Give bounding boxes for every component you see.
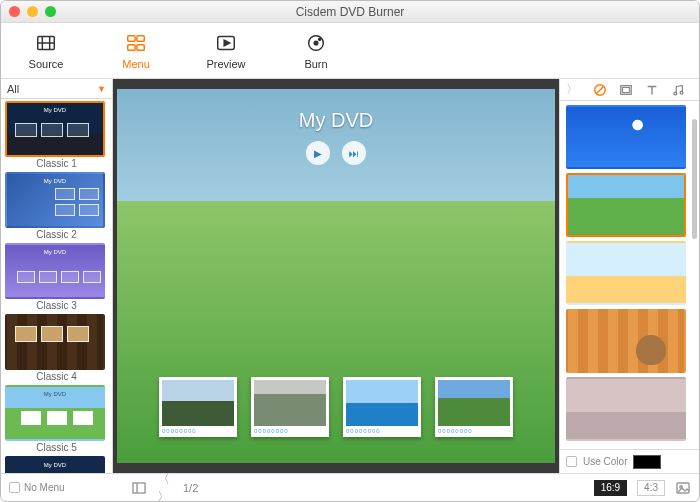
svg-rect-5 [137, 35, 144, 41]
background-item[interactable] [566, 241, 686, 305]
tab-preview[interactable]: Preview [181, 23, 271, 78]
template-label: Classic 5 [5, 441, 108, 454]
tab-background[interactable] [592, 82, 608, 98]
text-icon [645, 83, 659, 97]
no-menu-checkbox[interactable] [9, 482, 20, 493]
tab-source[interactable]: Source [1, 23, 91, 78]
chevron-down-icon: ▼ [97, 84, 106, 94]
tab-menu[interactable]: Menu [91, 23, 181, 78]
frame-icon [619, 83, 633, 97]
template-item[interactable]: My DVD Classic 3 [5, 243, 108, 312]
chapter-image [254, 380, 326, 426]
svg-rect-7 [137, 44, 144, 50]
svg-marker-9 [224, 40, 230, 46]
image-picker-button[interactable] [675, 480, 691, 496]
source-icon [35, 32, 57, 54]
chapter-thumb[interactable]: 00000000 [435, 377, 513, 437]
music-icon [671, 83, 685, 97]
template-filter-label: All [7, 83, 19, 95]
template-item[interactable]: Classic 4 [5, 314, 108, 383]
tab-burn[interactable]: Burn [271, 23, 361, 78]
svg-point-12 [319, 38, 321, 40]
aspect-4-3-button[interactable]: 4:3 [637, 480, 665, 496]
chapter-caption: 00000000 [162, 426, 234, 434]
titlebar: Cisdem DVD Burner [1, 1, 699, 23]
template-label: Classic 3 [5, 299, 108, 312]
template-thumb: My DVD [5, 243, 105, 299]
chapter-image [346, 380, 418, 426]
aspect-16-9-button[interactable]: 16:9 [594, 480, 627, 496]
template-thumb [5, 314, 105, 370]
layout-icon[interactable] [131, 480, 147, 496]
tab-label: Preview [206, 58, 245, 70]
center-pane: My DVD ▶ ⏭ 00000000 00000000 [113, 79, 559, 473]
template-item[interactable]: My DVD Classic 2 [5, 172, 108, 241]
color-swatch[interactable] [633, 455, 661, 469]
no-menu-label: No Menu [24, 482, 65, 493]
chapter-caption: 00000000 [346, 426, 418, 434]
template-item[interactable]: My DVD Classic 5 [5, 385, 108, 454]
tab-label: Source [29, 58, 64, 70]
template-thumb: My DVD [5, 456, 105, 473]
tab-label: Menu [122, 58, 150, 70]
inspector-tabs: 〉 [560, 79, 699, 101]
scrollbar[interactable] [692, 119, 697, 239]
burn-icon [305, 32, 327, 54]
use-color-checkbox[interactable] [566, 456, 577, 467]
preview-icon [215, 32, 237, 54]
page-indicator: 1/2 [183, 482, 198, 494]
tab-label: Burn [304, 58, 327, 70]
template-label: Classic 2 [5, 228, 108, 241]
chapter-thumb[interactable]: 00000000 [251, 377, 329, 437]
template-item[interactable]: My DVD [5, 456, 108, 473]
chapter-image [162, 380, 234, 426]
use-color-row: Use Color [560, 449, 699, 473]
template-filter-dropdown[interactable]: All ▼ [1, 79, 112, 99]
tab-music[interactable] [670, 82, 686, 98]
tab-text[interactable] [644, 82, 660, 98]
window-zoom-button[interactable] [45, 6, 56, 17]
chapter-caption: 00000000 [254, 426, 326, 434]
svg-rect-4 [128, 35, 135, 41]
background-list[interactable] [560, 101, 699, 449]
background-item[interactable] [566, 105, 686, 169]
svg-point-19 [674, 92, 677, 95]
template-thumb: My DVD [5, 385, 105, 441]
menu-preview-stage[interactable]: My DVD ▶ ⏭ 00000000 00000000 [117, 89, 555, 463]
svg-point-11 [314, 41, 318, 45]
template-list[interactable]: My DVD Classic 1 My DVD Cl [1, 99, 112, 473]
window-close-button[interactable] [9, 6, 20, 17]
background-item[interactable] [566, 309, 686, 373]
template-label: Classic 4 [5, 370, 108, 383]
chapter-caption: 00000000 [438, 426, 510, 434]
play-button[interactable]: ▶ [306, 141, 330, 165]
template-thumb: My DVD [5, 172, 105, 228]
prev-page-button[interactable]: 〈 〉 [157, 480, 173, 496]
no-icon [593, 83, 607, 97]
inspector-panel: 〉 [559, 79, 699, 473]
background-item[interactable] [566, 173, 686, 237]
svg-line-14 [597, 86, 604, 93]
app-window: Cisdem DVD Burner Source Menu Preview Bu… [0, 0, 700, 502]
menu-icon [125, 32, 147, 54]
svg-rect-6 [128, 44, 135, 50]
use-color-label: Use Color [583, 456, 627, 467]
template-item[interactable]: My DVD Classic 1 [5, 101, 108, 170]
toolbar: Source Menu Preview Burn [1, 23, 699, 79]
window-title: Cisdem DVD Burner [296, 5, 405, 19]
footer-bar: No Menu 〈 〉 1/2 16:9 4:3 [1, 473, 699, 501]
next-button[interactable]: ⏭ [342, 141, 366, 165]
background-item[interactable] [566, 377, 686, 441]
tab-frame[interactable] [618, 82, 634, 98]
chapter-thumb[interactable]: 00000000 [343, 377, 421, 437]
template-sidebar: All ▼ My DVD Classic 1 My DVD [1, 79, 113, 473]
collapse-panel-button[interactable]: 〉 [566, 81, 578, 98]
window-minimize-button[interactable] [27, 6, 38, 17]
svg-point-20 [680, 91, 683, 94]
chapter-thumb[interactable]: 00000000 [159, 377, 237, 437]
stage-background: My DVD ▶ ⏭ 00000000 00000000 [113, 79, 559, 473]
svg-rect-21 [133, 483, 145, 493]
dvd-title[interactable]: My DVD [299, 109, 373, 132]
chapter-image [438, 380, 510, 426]
template-thumb: My DVD [5, 101, 105, 157]
